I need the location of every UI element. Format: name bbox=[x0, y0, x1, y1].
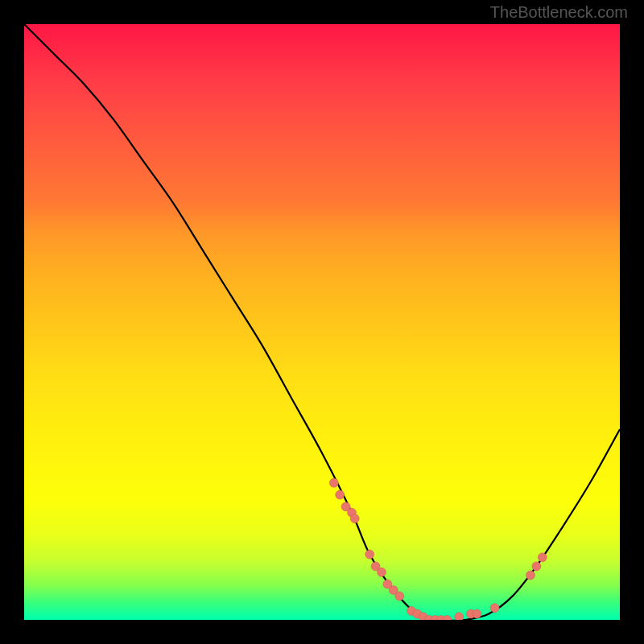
watermark-text: TheBottleneck.com bbox=[490, 3, 628, 22]
data-point bbox=[378, 568, 386, 576]
data-point bbox=[473, 609, 481, 618]
data-point bbox=[350, 514, 359, 523]
chart-svg bbox=[24, 24, 620, 620]
plot-area bbox=[24, 24, 620, 620]
data-point bbox=[329, 478, 338, 487]
data-point bbox=[336, 490, 345, 499]
highlight-dots bbox=[329, 478, 547, 620]
data-point bbox=[526, 571, 535, 580]
data-point bbox=[538, 553, 547, 562]
data-point bbox=[395, 592, 404, 601]
data-point bbox=[455, 613, 464, 620]
data-point bbox=[532, 562, 541, 571]
bottleneck-curve bbox=[24, 24, 620, 620]
data-point bbox=[490, 604, 499, 613]
data-point bbox=[365, 550, 374, 559]
data-point bbox=[443, 616, 452, 621]
